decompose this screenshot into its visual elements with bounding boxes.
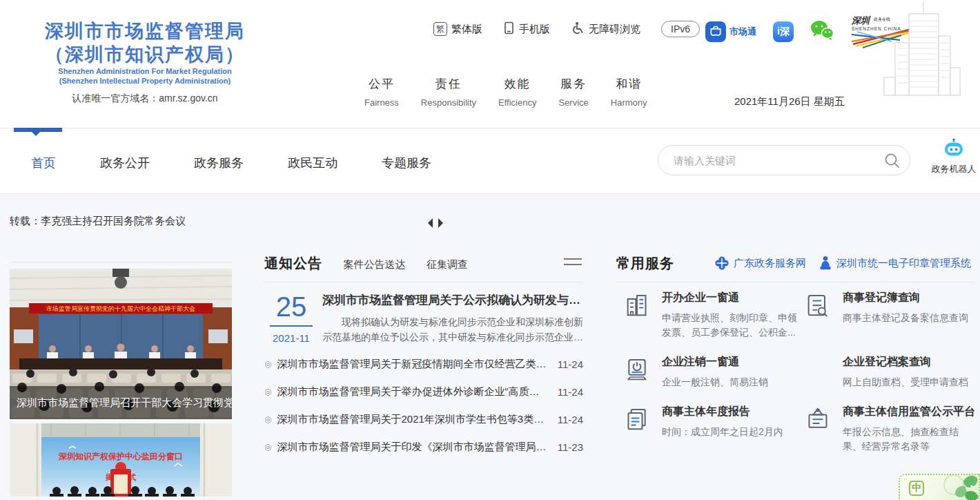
site-search	[658, 145, 910, 175]
shichangtong-app-icon	[705, 21, 726, 42]
notice-list: ◎ 深圳市市场监督管理局关于新冠疫情期间全市仅经营乙类非... 11-24 ◎ …	[264, 350, 583, 461]
carousel-slide-ceremony[interactable]: 深圳知识产权保护中心盐田分窗口 揭牌仪式	[10, 423, 232, 497]
logo-english-line1: Shenzhen Administration For Market Regul…	[19, 66, 271, 76]
bullet-icon: ◎	[264, 387, 271, 396]
notice-row[interactable]: ◎ 深圳市市场监督管理局关于2021年深圳市学生书包等3类产... 11-24	[264, 405, 583, 433]
mobile-icon	[503, 21, 515, 37]
site-header: 深圳市市场监督管理局 （深圳市知识产权局） Shenzhen Administr…	[0, 0, 980, 128]
robot-label: 政务机器人	[930, 163, 977, 175]
svg-text:深圳知识产权保护中心盐田分窗口: 深圳知识产权保护中心盐田分窗口	[58, 452, 183, 461]
ticker-prev-icon[interactable]	[428, 218, 433, 228]
building-sketch	[870, 0, 974, 109]
accessibility-link[interactable]: 无障碍浏览	[571, 21, 640, 37]
notices-section: 通知公告 案件公告送达 征集调查 25 2021-11 深圳市市场监督管理局关于…	[264, 254, 583, 461]
nav-item-gov-services[interactable]: 政务服务	[194, 155, 244, 171]
wechat-icon	[810, 20, 834, 44]
active-tab-indicator	[14, 128, 62, 132]
photo-carousel: 市场监管局宣传贯彻党的十九届六中全会精神干部大会	[10, 269, 232, 497]
notices-title: 通知公告	[264, 254, 322, 273]
shichangtong-app-link[interactable]: 市场通	[705, 21, 756, 42]
current-date: 2021年11月26日 星期五	[734, 95, 845, 108]
featured-date: 25 2021-11	[264, 292, 318, 345]
featured-notice[interactable]: 25 2021-11 深圳市市场监督管理局关于公示拟确认为研发与标... 现将拟…	[264, 292, 583, 345]
nav-item-interaction[interactable]: 政民互动	[288, 155, 337, 171]
value-responsibility: 责任Responsibility	[421, 76, 476, 108]
news-ticker[interactable]: 转载：李克强主持召开国务院常务会议	[10, 215, 186, 228]
featured-summary: 现将拟确认为研发与标准化同步示范企业和深圳标准创新示范基地的单位予以公示，其中研…	[322, 314, 583, 345]
icon-placeholder	[804, 355, 833, 356]
e-seal-system-link[interactable]: 深圳市统一电子印章管理系统	[819, 256, 971, 271]
page: 深圳市市场监督管理局 （深圳市知识产权局） Shenzhen Administr…	[0, 0, 980, 500]
accessibility-icon	[571, 21, 585, 37]
zhong-badge: 中	[909, 481, 924, 496]
carousel-slide-meeting[interactable]: 市场监管局宣传贯彻党的十九届六中全会精神干部大会	[10, 269, 232, 419]
svg-text:市场监管局宣传贯彻党的十九届六中全会精神干部大会: 市场监管局宣传贯彻党的十九届六中全会精神干部大会	[46, 305, 195, 312]
service-deregister[interactable]: 企业注销一窗通 企业一般注销、简易注销	[623, 355, 804, 390]
notice-date: 11-24	[558, 358, 583, 370]
bullet-icon: ◎	[264, 359, 271, 369]
logo-title-line2: （深圳市知识产权局）	[19, 43, 271, 66]
robot-icon	[942, 138, 966, 159]
value-harmony: 和谐Harmony	[611, 76, 647, 108]
services-grid: 开办企业一窗通 申请营业执照、刻制印章、申领发票、员工参保登记、公积金...	[616, 291, 975, 454]
service-open-business[interactable]: 开办企业一窗通 申请营业执照、刻制印章、申领发票、员工参保登记、公积金...	[623, 291, 804, 340]
traditional-chinese-link[interactable]: 繁 繁体版	[433, 22, 482, 36]
value-fairness: 公平Fairness	[364, 76, 399, 108]
service-archive-search[interactable]: 企业登记档案查询 网上自助查档、受理申请查档	[804, 355, 977, 390]
notice-row[interactable]: ◎ 深圳市市场监督管理局关于新冠疫情期间全市仅经营乙类非... 11-24	[264, 350, 583, 378]
nav-item-special[interactable]: 专题服务	[382, 155, 431, 171]
civilization-widget[interactable]: 中	[899, 474, 980, 500]
ticker-next-icon[interactable]	[438, 218, 443, 228]
main-nav: 首页 政务公开 政务服务 政民互动 专题服务 政务机器人	[0, 128, 980, 194]
notice-date: 11-23	[558, 441, 583, 453]
registry-search-icon	[804, 291, 833, 323]
value-service: 服务Service	[558, 76, 588, 108]
open-business-icon	[623, 291, 652, 323]
services-title: 常用服务	[616, 254, 674, 273]
value-efficiency: 效能Efficiency	[498, 76, 536, 108]
gd-flower-icon	[714, 256, 729, 271]
gov-robot-button[interactable]: 政务机器人	[930, 138, 977, 175]
traditional-badge-icon: 繁	[433, 22, 447, 36]
ticker-arrows	[428, 218, 443, 228]
clover-leaves-icon	[933, 474, 980, 500]
ipv6-badge[interactable]: IPv6	[661, 21, 700, 37]
tab-case-announcements[interactable]: 案件公告送达	[343, 258, 405, 271]
search-input[interactable]	[674, 146, 881, 174]
notices-more-icon[interactable]	[564, 258, 582, 269]
ceremony-photo: 深圳知识产权保护中心盐田分窗口 揭牌仪式	[10, 423, 232, 497]
wechat-link[interactable]	[810, 20, 834, 44]
seal-stamp-icon	[819, 256, 832, 271]
notice-date: 11-24	[558, 414, 583, 425]
core-values: 公平Fairness 责任Responsibility 效能Efficiency…	[364, 76, 647, 108]
nav-item-gov-info[interactable]: 政务公开	[100, 155, 150, 171]
deregister-power-icon	[623, 355, 652, 387]
bullet-icon: ◎	[264, 414, 271, 424]
featured-day: 25	[264, 292, 318, 321]
ishenzhen-app-link[interactable]: i深	[773, 21, 794, 42]
services-header: 常用服务 广东政务服务网	[616, 254, 975, 282]
bullet-icon: ◎	[264, 442, 271, 452]
header-quick-links: 繁 繁体版 手机版 无障碍浏览 IPv6	[433, 21, 700, 37]
notice-row[interactable]: ◎ 深圳市市场监督管理局关于印发《深圳市市场监督管理局商... 11-23	[264, 433, 583, 461]
nav-item-home[interactable]: 首页	[31, 155, 56, 171]
official-domain-note: 认准唯一官方域名：amr.sz.gov.cn	[19, 93, 271, 105]
notice-date: 11-24	[558, 386, 583, 398]
logo-title-line1: 深圳市市场监督管理局	[19, 19, 271, 43]
logo-english-line2: (Shenzhen Intellectual Property Administ…	[19, 76, 271, 86]
carousel-divider	[10, 262, 232, 262]
gd-gov-service-link[interactable]: 广东政务服务网	[714, 256, 806, 271]
tab-surveys[interactable]: 征集调查	[427, 258, 468, 271]
carousel-caption: 深圳市市场监督管理局召开干部大会学习贯彻党的十...	[10, 386, 232, 419]
mobile-version-link[interactable]: 手机版	[503, 21, 550, 37]
site-logo[interactable]: 深圳市市场监督管理局 （深圳市知识产权局） Shenzhen Administr…	[19, 19, 271, 105]
service-registry-search[interactable]: 商事登记簿查询 商事主体登记及备案信息查询	[804, 291, 977, 340]
service-credit-platform[interactable]: 商事主体信用监管公示平台 年报公示信息、抽查检查结果、经营异常名录等	[804, 405, 977, 454]
featured-title[interactable]: 深圳市市场监督管理局关于公示拟确认为研发与标...	[322, 292, 583, 308]
services-section: 常用服务 广东政务服务网	[616, 254, 975, 454]
credit-board-icon	[804, 405, 833, 436]
notices-header: 通知公告 案件公告送达 征集调查	[264, 254, 583, 282]
notice-row[interactable]: ◎ 深圳市市场监督管理局关于举办促进体外诊断企业“高质量... 11-24	[264, 378, 583, 405]
search-icon[interactable]	[883, 152, 901, 173]
service-annual-report[interactable]: 商事主体年度报告 时间：成立周年之日起2月内	[623, 405, 804, 454]
